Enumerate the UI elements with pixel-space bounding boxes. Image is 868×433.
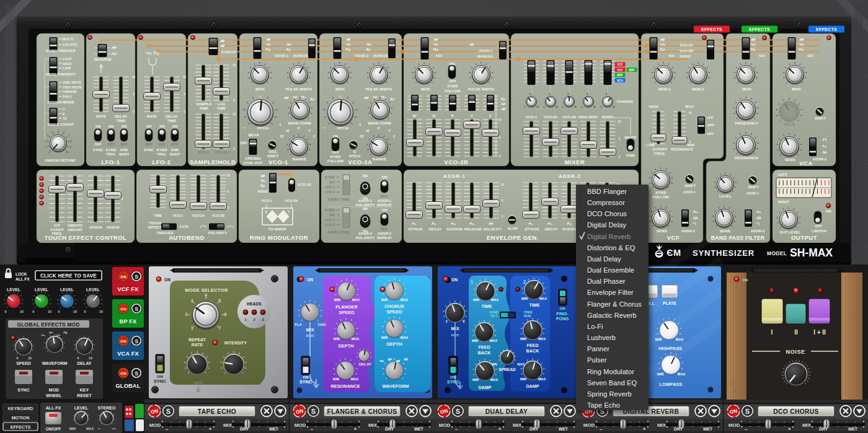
svg-text:ENVELOPE GEN.: ENVELOPE GEN.: [487, 234, 539, 241]
svg-text:16': 16': [432, 114, 436, 118]
svg-text:TIME: TIME: [117, 118, 126, 123]
svg-text:LOWPASS: LOWPASS: [660, 382, 683, 387]
svg-text:AMOUNT: AMOUNT: [68, 228, 82, 232]
svg-text:O: O: [339, 95, 342, 98]
svg-text:TRIG.: TRIG.: [157, 152, 167, 156]
svg-text:DRIFT: DRIFT: [748, 185, 759, 189]
svg-text:MAX: MAX: [351, 377, 359, 381]
svg-text:ADSR-1: ADSR-1: [443, 173, 466, 179]
svg-text:SPREAD: SPREAD: [498, 367, 516, 372]
svg-text:GLOBAL: GLOBAL: [116, 383, 141, 389]
svg-text:0: 0: [122, 198, 123, 201]
svg-text:R: R: [593, 105, 595, 108]
svg-text:ADSR-2: ADSR-2: [813, 157, 827, 161]
svg-text:MOTION: MOTION: [12, 415, 30, 421]
svg-text:TIME: TIME: [217, 107, 226, 110]
svg-text:KYBD TRIGGER: KYBD TRIGGER: [46, 48, 76, 53]
svg-text:6: 6: [224, 312, 227, 317]
svg-text:2': 2': [489, 114, 492, 118]
svg-text:MANUAL: MANUAL: [477, 55, 494, 58]
svg-text:GLOBAL EFFECTS MOD: GLOBAL EFFECTS MOD: [17, 321, 79, 328]
svg-text:5: 5: [219, 299, 221, 303]
svg-text:ADSR-1 TRIG.: ADSR-1 TRIG.: [327, 198, 351, 201]
svg-text:KEYBOARD: KEYBOARD: [7, 406, 33, 411]
svg-text:RIGHT: RIGHT: [778, 200, 789, 204]
svg-text:S: S: [135, 306, 138, 312]
svg-text:FREQ.: FREQ.: [52, 232, 63, 235]
svg-text:SAMPLE/HOLD: SAMPLE/HOLD: [190, 159, 236, 165]
svg-text:2: 2: [253, 318, 255, 321]
svg-text:MAX: MAX: [490, 339, 497, 343]
svg-text:ON: ON: [146, 125, 152, 128]
svg-text:VCO-2B: VCO-2B: [298, 183, 311, 186]
svg-text:II: II: [794, 329, 798, 336]
svg-text:S: S: [311, 408, 316, 415]
svg-text:Lushverb: Lushverb: [587, 334, 616, 341]
svg-text:LEVEL: LEVEL: [86, 287, 100, 292]
svg-text:MODEL: MODEL: [767, 250, 787, 256]
svg-text:KYBD: KYBD: [105, 148, 117, 152]
svg-text:−: −: [600, 427, 603, 432]
svg-text:MIN: MIN: [657, 372, 663, 376]
svg-text:ASSIGN: ASSIGN: [89, 225, 102, 229]
svg-text:DRY: DRY: [674, 427, 683, 431]
svg-text:MIN: MIN: [520, 377, 526, 381]
svg-text:WET: WET: [703, 427, 713, 431]
svg-text:SPEED: SPEED: [386, 309, 402, 315]
svg-text:5: 5: [619, 138, 621, 141]
svg-text:SAMPLE: SAMPLE: [196, 102, 211, 106]
svg-text:REPEAT: REPEAT: [377, 203, 392, 207]
svg-text:SYNC: SYNC: [154, 378, 166, 384]
svg-text:I: I: [771, 329, 773, 336]
svg-text:ON: ON: [159, 125, 165, 128]
svg-text:MAX: MAX: [538, 377, 546, 381]
svg-text:ADSR-2: ADSR-2: [681, 229, 696, 233]
svg-text:MOD.: MOD.: [742, 87, 752, 91]
svg-text:VIBRATO: VIBRATO: [68, 224, 82, 227]
svg-text:10: 10: [132, 76, 136, 79]
svg-text:MOD.: MOD.: [792, 87, 802, 91]
svg-text:POLARITY: POLARITY: [208, 231, 227, 235]
svg-text:ALL FX: ALL FX: [46, 406, 61, 410]
svg-text:VCO-2A: VCO-2A: [544, 115, 558, 119]
svg-text:VCO-1: VCO-1: [261, 199, 272, 203]
svg-text:RATE: RATE: [192, 343, 203, 347]
svg-text:10: 10: [226, 174, 230, 177]
svg-text:VCO-2A: VCO-2A: [285, 199, 298, 203]
svg-text:ADSR-1: ADSR-1: [683, 190, 696, 194]
svg-text:UNISON DETUNE: UNISON DETUNE: [45, 159, 76, 162]
svg-text:REVERSE: REVERSE: [94, 58, 112, 61]
svg-text:LOW: LOW: [63, 66, 71, 70]
svg-text:CLICK HERE TO SAVE: CLICK HERE TO SAVE: [40, 273, 97, 279]
svg-text:VCA FX: VCA FX: [117, 351, 139, 357]
svg-text:BACK: BACK: [526, 348, 540, 354]
svg-text:BP FX: BP FX: [120, 318, 138, 325]
svg-text:MIN: MIN: [334, 298, 340, 302]
svg-text:4: 4: [205, 293, 207, 297]
svg-text:ADSR-2: ADSR-2: [378, 232, 392, 235]
svg-text:0: 0: [33, 310, 35, 313]
svg-text:ONE: ONE: [170, 148, 179, 152]
svg-text:O: O: [259, 95, 262, 98]
svg-text:VCF: VCF: [617, 69, 623, 72]
svg-text:L: L: [562, 105, 564, 108]
svg-text:0: 0: [502, 215, 503, 218]
svg-text:REPEAT: REPEAT: [188, 338, 206, 342]
svg-text:GATE: GATE: [179, 225, 188, 229]
svg-text:DRY: DRY: [819, 427, 828, 431]
svg-text:TO MIXER: TO MIXER: [268, 227, 287, 231]
svg-text:FEED: FEED: [526, 343, 538, 348]
svg-text:RING MOD.: RING MOD.: [578, 115, 599, 119]
svg-text:••: ••: [98, 427, 100, 431]
svg-text:ON: ON: [108, 125, 114, 128]
svg-text:MODE SELECTOR: MODE SELECTOR: [185, 287, 228, 293]
svg-text:HIGHPASS: HIGHPASS: [658, 346, 682, 351]
svg-text:16: 16: [63, 116, 67, 120]
svg-text:FLANGER: FLANGER: [335, 304, 358, 310]
svg-text:+: +: [354, 426, 357, 432]
svg-text:DCO Chorus: DCO Chorus: [587, 210, 627, 217]
svg-text:ON: ON: [560, 307, 565, 310]
svg-text:MIN: MIN: [688, 143, 694, 147]
svg-text:4': 4': [388, 129, 391, 133]
svg-text:SENS.: SENS.: [657, 229, 668, 233]
